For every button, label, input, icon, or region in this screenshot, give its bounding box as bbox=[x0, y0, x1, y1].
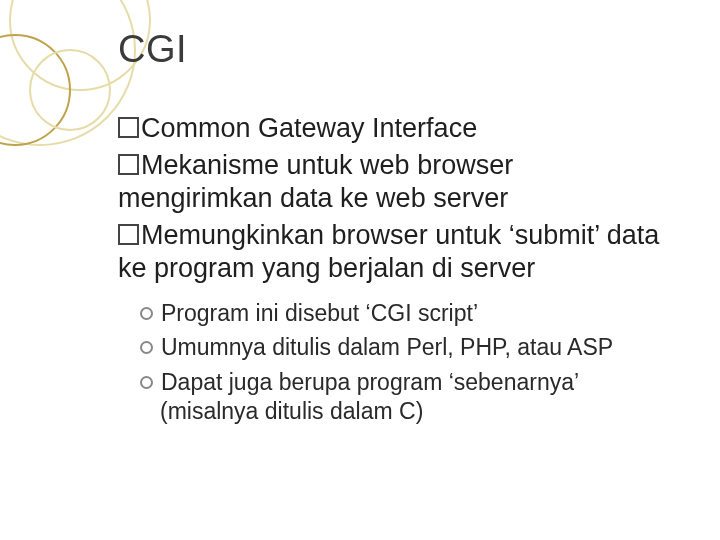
bullet-item: Common Gateway Interface bbox=[118, 112, 670, 145]
bullet-text: Memungkinkan browser untuk ‘submit’ data… bbox=[118, 220, 659, 283]
svg-point-3 bbox=[30, 50, 110, 130]
bullet-text: Common Gateway Interface bbox=[141, 113, 477, 143]
ring-bullet-icon bbox=[140, 307, 153, 320]
sub-bullet-text: Program ini disebut ‘CGI script’ bbox=[161, 300, 478, 326]
checkbox-icon bbox=[118, 154, 139, 175]
checkbox-icon bbox=[118, 224, 139, 245]
ring-bullet-icon bbox=[140, 341, 153, 354]
ring-bullet-icon bbox=[140, 376, 153, 389]
content-body: Common Gateway Interface Mekanisme untuk… bbox=[118, 112, 670, 432]
checkbox-icon bbox=[118, 117, 139, 138]
bullet-text: Mekanisme untuk web browser mengirimkan … bbox=[118, 150, 513, 213]
bullet-item: Mekanisme untuk web browser mengirimkan … bbox=[118, 149, 670, 215]
sub-bullet-text: Umumnya ditulis dalam Perl, PHP, atau AS… bbox=[161, 334, 613, 360]
slide: CGI Common Gateway Interface Mekanisme u… bbox=[0, 0, 720, 540]
svg-point-2 bbox=[0, 35, 70, 145]
sub-bullet-item: Program ini disebut ‘CGI script’ bbox=[140, 299, 670, 328]
sub-bullet-item: Umumnya ditulis dalam Perl, PHP, atau AS… bbox=[140, 333, 670, 362]
sub-bullet-text: Dapat juga berupa program ‘sebenarnya’ (… bbox=[160, 369, 578, 424]
svg-point-0 bbox=[0, 0, 135, 145]
sub-bullet-list: Program ini disebut ‘CGI script’ Umumnya… bbox=[140, 299, 670, 426]
bullet-item: Memungkinkan browser untuk ‘submit’ data… bbox=[118, 219, 670, 285]
slide-title: CGI bbox=[118, 28, 187, 71]
sub-bullet-item: Dapat juga berupa program ‘sebenarnya’ (… bbox=[140, 368, 670, 426]
